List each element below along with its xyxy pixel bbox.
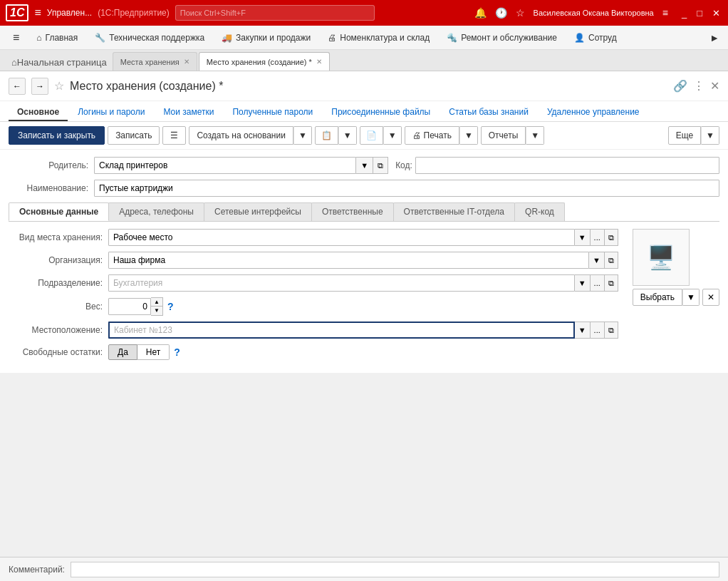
close-window-button[interactable]: ✕: [710, 8, 722, 19]
storage-type-open-btn[interactable]: ...: [591, 229, 605, 246]
menu-support[interactable]: 🔧 Техническая поддержка: [88, 30, 212, 46]
weight-input[interactable]: [108, 298, 151, 315]
more-button[interactable]: Еще: [668, 126, 701, 145]
secondary-tab-bar: Основное Логины и пароли Мои заметки Пол…: [0, 101, 728, 122]
more-options-icon[interactable]: ⋮: [693, 79, 704, 93]
dept-copy-btn[interactable]: ⧉: [605, 274, 618, 292]
minimize-button[interactable]: _: [680, 8, 689, 19]
back-button[interactable]: ←: [9, 78, 26, 95]
location-dropdown-btn[interactable]: ▼: [575, 322, 591, 339]
comment-input[interactable]: [71, 562, 719, 577]
menu-purchases[interactable]: 🚚 Закупки и продажи: [214, 30, 318, 46]
global-search-input[interactable]: [175, 5, 375, 21]
storage-type-input[interactable]: [108, 229, 575, 246]
inner-tab-qr[interactable]: QR-код: [514, 202, 565, 221]
org-copy-btn[interactable]: ⧉: [605, 252, 618, 269]
list-view-button[interactable]: ☰: [162, 126, 186, 145]
sec-tab-logins[interactable]: Логины и пароли: [69, 104, 153, 121]
history-icon[interactable]: 🕐: [495, 7, 507, 19]
stock-yes-btn[interactable]: Да: [108, 344, 137, 360]
weight-down-btn[interactable]: ▼: [151, 307, 162, 315]
tab-storage-list-close[interactable]: ✕: [184, 58, 189, 66]
print-dropdown[interactable]: ▼: [459, 126, 478, 145]
enterprise-name: (1С:Предприятие): [98, 8, 170, 18]
tab-home[interactable]: ⌂ Начальная страница: [6, 54, 113, 71]
parent-dropdown-btn[interactable]: ▼: [356, 157, 373, 174]
reports-button[interactable]: Отчеты: [481, 126, 526, 145]
favorites-icon[interactable]: ☆: [516, 7, 525, 19]
location-input[interactable]: [108, 322, 575, 339]
stock-help-icon[interactable]: ?: [174, 346, 180, 358]
menu-repair[interactable]: 🔩 Ремонт и обслуживание: [440, 30, 564, 46]
choose-image-button[interactable]: Выбрать: [633, 289, 682, 306]
inner-tab-network[interactable]: Сетевые интерфейсы: [204, 202, 312, 221]
bookmark-icon[interactable]: ☆: [54, 79, 64, 93]
link-icon[interactable]: 🔗: [673, 79, 687, 93]
org-input[interactable]: [108, 252, 589, 269]
storage-type-dropdown-btn[interactable]: ▼: [575, 229, 591, 246]
sec-tab-passwords[interactable]: Полученные пароли: [224, 104, 321, 121]
inner-tab-responsible[interactable]: Ответственные: [311, 202, 394, 221]
dept-input[interactable]: [108, 274, 575, 292]
weight-up-btn[interactable]: ▲: [151, 298, 162, 307]
inner-tab-address[interactable]: Адреса, телефоны: [108, 202, 204, 221]
home-tab-icon: ⌂: [11, 57, 17, 68]
sec-tab-basic[interactable]: Основное: [9, 104, 68, 121]
hamburger-menu-icon[interactable]: ≡: [6, 29, 26, 47]
sec-tab-knowledge[interactable]: Статьи базы знаний: [440, 104, 537, 121]
icon-button-1[interactable]: 📋: [315, 126, 338, 145]
storage-type-label: Вид места хранения:: [9, 232, 108, 242]
storage-type-copy-btn[interactable]: ⧉: [605, 229, 618, 246]
purchases-menu-icon: 🚚: [222, 33, 232, 43]
home-menu-label: Главная: [46, 33, 78, 43]
repair-menu-label: Ремонт и обслуживание: [461, 33, 557, 43]
parent-open-btn[interactable]: ⧉: [373, 157, 388, 174]
code-input[interactable]: [415, 157, 719, 174]
save-close-button[interactable]: Записать и закрыть: [9, 126, 105, 145]
forward-button[interactable]: →: [31, 78, 48, 95]
image-section: 🖥️ Выбрать ▼ ✕: [625, 229, 719, 366]
dept-dropdown-btn[interactable]: ▼: [575, 274, 591, 292]
location-copy-btn[interactable]: ⧉: [605, 322, 618, 339]
sec-tab-notes[interactable]: Мои заметки: [155, 104, 222, 121]
print-button[interactable]: 🖨 Печать: [405, 126, 459, 145]
icon-btn-dd1[interactable]: ▼: [338, 126, 357, 145]
icon-button-2[interactable]: 📄: [360, 126, 383, 145]
create-basis-button[interactable]: Создать на основании: [189, 126, 293, 145]
inner-tab-responsible-it[interactable]: Ответственные IT-отдела: [393, 202, 515, 221]
menu-nomenclature[interactable]: 🖨 Номенклатура и склад: [321, 30, 437, 46]
save-button[interactable]: Записать: [108, 126, 160, 145]
location-open-btn[interactable]: ...: [591, 322, 605, 339]
name-input[interactable]: [94, 180, 719, 197]
weight-help-icon[interactable]: ?: [167, 301, 174, 312]
icon-btn-dd2[interactable]: ▼: [383, 126, 402, 145]
app-name: Управлен...: [47, 8, 92, 18]
bell-icon[interactable]: 🔔: [474, 7, 487, 19]
choose-image-dropdown[interactable]: ▼: [682, 289, 700, 306]
stock-no-btn[interactable]: Нет: [137, 344, 170, 360]
reports-dropdown[interactable]: ▼: [526, 126, 544, 145]
more-dropdown[interactable]: ▼: [701, 126, 719, 145]
dept-open-btn[interactable]: ...: [591, 274, 605, 292]
parent-input[interactable]: [94, 157, 356, 174]
stock-row: Свободные остатки: Да Нет ?: [9, 344, 618, 360]
close-form-icon[interactable]: ✕: [710, 79, 719, 93]
create-basis-group: Создать на основании ▼: [189, 126, 311, 145]
form-body: Родитель: ▼ ⧉ Код: Наименование: Основны…: [0, 150, 728, 373]
menu-icon[interactable]: ≡: [662, 7, 668, 19]
tab-storage-create[interactable]: Место хранения (создание) * ✕: [199, 52, 330, 71]
org-dropdown-btn[interactable]: ▼: [589, 252, 605, 269]
maximize-button[interactable]: □: [695, 8, 704, 19]
sec-tab-files[interactable]: Присоединенные файлы: [323, 104, 439, 121]
create-basis-dropdown[interactable]: ▼: [293, 126, 312, 145]
remove-image-button[interactable]: ✕: [702, 289, 719, 306]
tab-storage-list[interactable]: Места хранения ✕: [113, 52, 197, 71]
tab-storage-create-label: Место хранения (создание) *: [207, 58, 312, 66]
sec-tab-remote[interactable]: Удаленное управление: [539, 104, 648, 121]
tab-storage-create-close[interactable]: ✕: [316, 58, 322, 66]
inner-tab-basic-data[interactable]: Основные данные: [9, 202, 109, 221]
hamburger-icon[interactable]: ≡: [34, 6, 41, 19]
menu-more-button[interactable]: ►: [707, 29, 722, 46]
menu-staff[interactable]: 👤 Сотруд: [567, 30, 624, 46]
menu-home[interactable]: ⌂ Главная: [29, 30, 85, 46]
